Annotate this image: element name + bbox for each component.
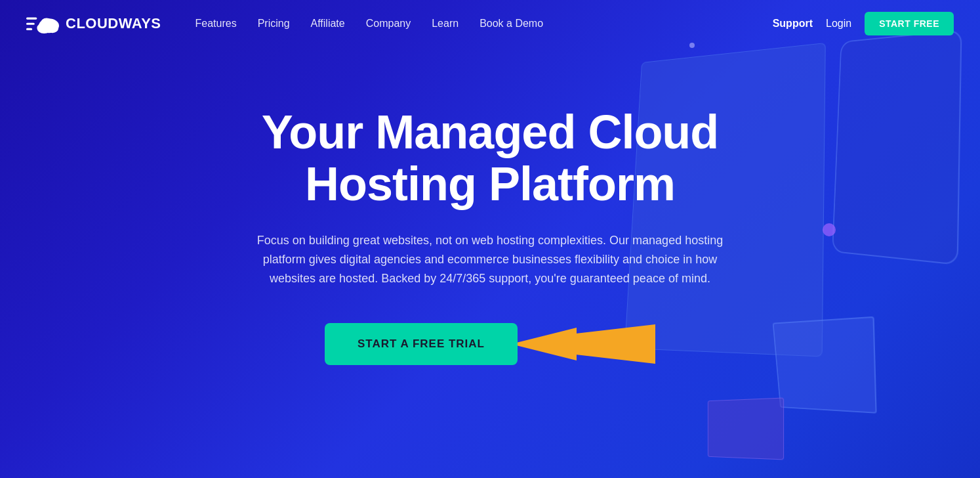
brand-name: CLOUDWAYS xyxy=(66,15,161,32)
nav-right: Support Login START FREE xyxy=(773,12,954,35)
nav-item-book-demo[interactable]: Book a Demo xyxy=(472,12,551,34)
svg-marker-8 xyxy=(511,328,577,360)
hero-subtitle: Focus on building great websites, not on… xyxy=(254,231,726,288)
svg-rect-2 xyxy=(26,28,32,30)
nav-left: CLOUDWAYS Features Pricing Affiliate Com… xyxy=(26,12,551,35)
arrow-decoration xyxy=(511,321,655,367)
nav-item-affiliate[interactable]: Affiliate xyxy=(303,12,353,34)
start-free-nav-button[interactable]: START FREE xyxy=(865,12,954,35)
svg-rect-0 xyxy=(26,17,37,19)
nav-item-features[interactable]: Features xyxy=(187,12,244,34)
support-link[interactable]: Support xyxy=(773,18,813,30)
logo-icon xyxy=(26,12,59,35)
page-wrapper: CLOUDWAYS Features Pricing Affiliate Com… xyxy=(0,0,980,478)
navbar: CLOUDWAYS Features Pricing Affiliate Com… xyxy=(0,0,980,47)
bg-shape-rect-small xyxy=(708,398,784,460)
cta-wrapper: START A FREE TRIAL xyxy=(325,321,655,367)
logo-link[interactable]: CLOUDWAYS xyxy=(26,12,161,35)
arrow-icon xyxy=(511,321,655,367)
svg-point-6 xyxy=(41,18,52,28)
nav-menu: Features Pricing Affiliate Company Learn… xyxy=(187,18,551,30)
nav-item-learn[interactable]: Learn xyxy=(424,12,466,34)
hero-section: Your Managed Cloud Hosting Platform Focu… xyxy=(0,47,980,367)
nav-item-pricing[interactable]: Pricing xyxy=(250,12,298,34)
nav-item-company[interactable]: Company xyxy=(358,12,419,34)
login-link[interactable]: Login xyxy=(826,18,851,30)
svg-marker-7 xyxy=(570,324,655,364)
svg-rect-1 xyxy=(26,22,35,24)
start-free-trial-button[interactable]: START A FREE TRIAL xyxy=(325,323,518,365)
hero-title: Your Managed Cloud Hosting Platform xyxy=(195,106,785,210)
